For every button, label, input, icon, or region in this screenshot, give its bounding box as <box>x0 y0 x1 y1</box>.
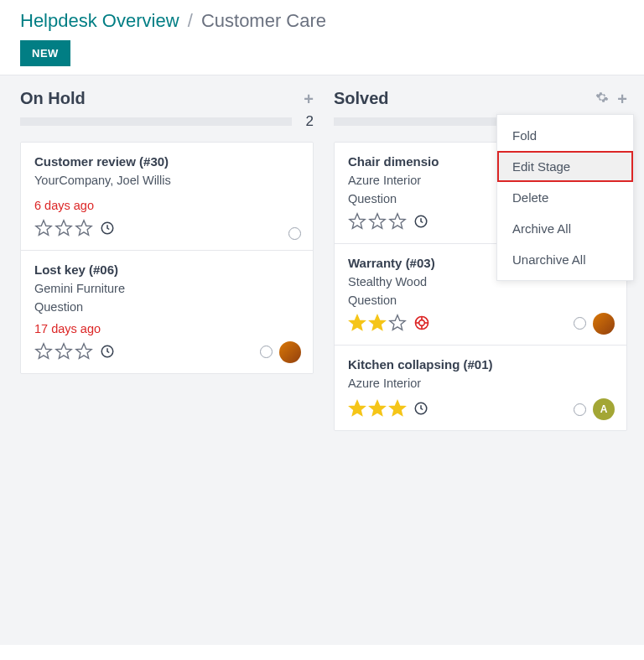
star-icon[interactable] <box>348 399 366 420</box>
svg-marker-5 <box>56 343 71 357</box>
svg-marker-6 <box>76 343 91 357</box>
svg-marker-0 <box>36 221 51 235</box>
svg-marker-1 <box>56 221 71 235</box>
star-icon[interactable] <box>55 219 73 240</box>
avatar[interactable]: A <box>593 398 615 420</box>
avatar[interactable] <box>279 341 301 363</box>
card-tag: Question <box>34 300 299 314</box>
kanban-card[interactable]: Customer review (#30) YourCompany, Joel … <box>21 143 313 251</box>
kanban-column: Solved + 3 Chair dimensio Azure Interior… <box>334 89 627 611</box>
priority-radio[interactable] <box>288 227 301 240</box>
svg-marker-4 <box>36 343 51 357</box>
clock-icon[interactable] <box>98 221 115 238</box>
menu-item-unarchive-all[interactable]: Unarchive All <box>497 244 633 275</box>
star-icon[interactable] <box>388 314 407 335</box>
breadcrumb-root[interactable]: Helpdesk Overview <box>20 10 179 31</box>
column-count: 2 <box>302 113 314 130</box>
svg-marker-14 <box>390 314 405 329</box>
star-rating <box>348 314 407 335</box>
star-icon[interactable] <box>368 399 387 420</box>
star-rating <box>348 212 407 233</box>
plus-icon[interactable]: + <box>304 91 314 107</box>
svg-marker-10 <box>390 214 405 228</box>
svg-point-16 <box>419 320 425 325</box>
star-icon[interactable] <box>34 342 53 363</box>
menu-item-fold[interactable]: Fold <box>497 120 633 151</box>
avatar[interactable] <box>593 313 615 335</box>
kanban-card[interactable]: Lost key (#06) Gemini Furniture Question… <box>21 251 313 373</box>
card-title: Lost key (#06) <box>34 262 299 277</box>
star-icon[interactable] <box>388 399 407 420</box>
priority-radio[interactable] <box>574 317 586 330</box>
card-age: 17 days ago <box>34 322 299 335</box>
clock-icon[interactable] <box>412 214 428 231</box>
card-subtitle: Azure Interior <box>348 375 613 393</box>
card-subtitle: Gemini Furniture <box>34 280 299 299</box>
star-rating <box>348 399 407 420</box>
card-tag: Question <box>348 294 613 307</box>
new-button[interactable]: NEW <box>20 40 70 66</box>
clock-icon[interactable] <box>412 401 428 418</box>
svg-marker-13 <box>370 314 385 329</box>
card-title: Customer review (#30) <box>34 154 299 169</box>
gear-icon[interactable] <box>595 91 609 107</box>
card-age: 6 days ago <box>34 199 299 212</box>
menu-item-archive-all[interactable]: Archive All <box>497 213 633 244</box>
plus-icon[interactable]: + <box>617 91 627 107</box>
card-subtitle: YourCompany, Joel Willis <box>34 172 299 190</box>
card-list: Customer review (#30) YourCompany, Joel … <box>20 142 314 374</box>
breadcrumb-separator: / <box>188 10 193 31</box>
column-title: On Hold <box>20 89 86 108</box>
svg-marker-12 <box>350 314 365 329</box>
svg-marker-21 <box>350 401 365 415</box>
svg-marker-8 <box>350 214 365 228</box>
svg-marker-2 <box>76 221 91 235</box>
star-icon[interactable] <box>75 342 93 363</box>
kanban-card[interactable]: Kitchen collapsing (#01) Azure Interior … <box>335 346 626 431</box>
breadcrumb-current: Customer Care <box>201 10 326 31</box>
star-icon[interactable] <box>368 314 387 335</box>
star-icon[interactable] <box>348 212 366 233</box>
star-icon[interactable] <box>75 219 93 240</box>
star-icon[interactable] <box>388 212 407 233</box>
priority-radio[interactable] <box>574 403 586 416</box>
card-title: Kitchen collapsing (#01) <box>348 357 613 372</box>
lifebuoy-icon[interactable] <box>412 314 430 334</box>
column-title: Solved <box>334 89 389 108</box>
star-rating <box>34 342 93 363</box>
progress-bar <box>20 117 292 126</box>
stage-menu: FoldEdit StageDeleteArchive AllUnarchive… <box>496 114 634 281</box>
svg-marker-22 <box>370 401 385 415</box>
svg-marker-9 <box>370 214 385 228</box>
star-icon[interactable] <box>368 212 387 233</box>
breadcrumb: Helpdesk Overview / Customer Care <box>20 10 624 32</box>
star-icon[interactable] <box>348 314 366 335</box>
svg-marker-23 <box>390 401 405 415</box>
menu-item-delete[interactable]: Delete <box>497 182 633 213</box>
kanban-column: On Hold + 2 Customer review (#30) YourCo… <box>20 89 314 611</box>
star-icon[interactable] <box>55 342 73 363</box>
star-rating <box>34 219 93 240</box>
kanban-board: On Hold + 2 Customer review (#30) YourCo… <box>0 75 644 645</box>
priority-radio[interactable] <box>260 346 273 358</box>
menu-item-edit-stage[interactable]: Edit Stage <box>497 151 633 182</box>
star-icon[interactable] <box>34 219 53 240</box>
clock-icon[interactable] <box>98 344 115 361</box>
